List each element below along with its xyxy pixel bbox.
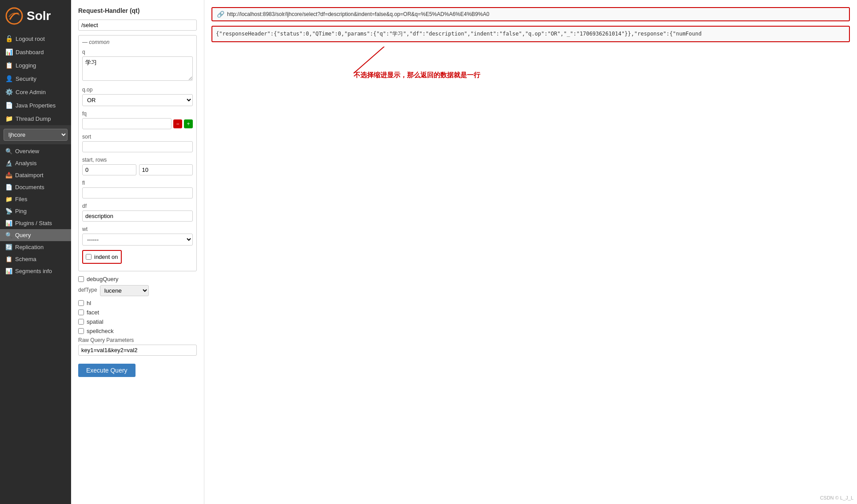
sort-input[interactable] (82, 141, 193, 152)
core-nav-replication-label: Replication (15, 244, 44, 250)
fq-group: fq − + (82, 111, 193, 129)
core-nav-replication[interactable]: 🔄 Replication (0, 241, 71, 253)
logging-icon: 📋 (5, 62, 13, 69)
annotation-text: 不选择缩进显示，那么返回的数据就是一行 (354, 71, 480, 79)
core-nav-segments-info-label: Segments info (15, 268, 52, 274)
q-label: q (82, 49, 193, 55)
debugquery-group: debugQuery (78, 276, 197, 282)
raw-query-group: Raw Query Parameters (78, 337, 197, 356)
core-nav-dataimport[interactable]: 📥 Dataimport (0, 169, 71, 181)
logo-text: Solr (27, 9, 51, 23)
fl-input[interactable] (82, 187, 193, 198)
result-box: {"responseHeader":{"status":0,"QTime":0,… (211, 26, 850, 42)
hl-group: hl (78, 300, 197, 306)
spellcheck-checkbox[interactable] (78, 328, 84, 334)
result-area: 🔗 http://localhost:8983/solr/ljhcore/sel… (204, 0, 857, 504)
url-bar: 🔗 http://localhost:8983/solr/ljhcore/sel… (211, 7, 850, 21)
start-rows-label: start, rows (82, 157, 193, 163)
arrow-svg (211, 47, 522, 144)
sidebar-item-core-admin[interactable]: ⚙️ Core Admin (0, 85, 71, 99)
core-nav-overview[interactable]: 🔍 Overview (0, 145, 71, 157)
analysis-icon: 🔬 (5, 160, 12, 167)
files-icon: 📁 (5, 196, 12, 202)
deftype-label: defType (78, 287, 97, 293)
start-input[interactable] (82, 164, 136, 175)
sidebar-item-logout[interactable]: 🔓 Logout root (0, 32, 71, 45)
logo-area: Solr (0, 0, 71, 32)
execute-query-button[interactable]: Execute Query (78, 364, 136, 377)
core-nav-plugins-stats[interactable]: 📊 Plugins / Stats (0, 217, 71, 229)
sidebar-item-logging-label: Logging (16, 62, 36, 69)
main-content: Request-Handler (qt) — common q 学习 q.op … (71, 0, 857, 504)
sidebar-item-thread-dump-label: Thread Dump (16, 115, 51, 122)
sidebar-item-logout-label: Logout root (16, 36, 45, 42)
rows-input[interactable] (139, 164, 193, 175)
sidebar-item-java-properties[interactable]: 📄 Java Properties (0, 99, 71, 112)
raw-query-input[interactable] (78, 345, 197, 356)
core-nav-analysis[interactable]: 🔬 Analysis (0, 157, 71, 169)
overview-icon: 🔍 (5, 148, 12, 155)
fl-group: fl (82, 180, 193, 198)
thread-dump-icon: 📁 (5, 115, 13, 122)
facet-checkbox[interactable] (78, 310, 84, 315)
documents-icon: 📄 (5, 184, 12, 190)
fq-input[interactable] (82, 118, 171, 129)
hl-checkbox[interactable] (78, 300, 84, 306)
spellcheck-group: spellcheck (78, 328, 197, 334)
handler-input[interactable] (78, 20, 197, 31)
spatial-checkbox[interactable] (78, 319, 84, 325)
sidebar-item-java-properties-label: Java Properties (16, 102, 56, 109)
sidebar-item-security[interactable]: 👤 Security (0, 72, 71, 85)
deftype-select[interactable]: lucene edismax dismax (100, 285, 149, 296)
core-nav-segments-info[interactable]: 📊 Segments info (0, 265, 71, 277)
qop-select[interactable]: OR AND (82, 94, 193, 106)
sidebar-item-security-label: Security (16, 75, 36, 82)
fl-label: fl (82, 180, 193, 186)
debugquery-checkbox[interactable] (78, 276, 84, 282)
fq-row: − + (82, 118, 193, 129)
sidebar-item-thread-dump[interactable]: 📁 Thread Dump (0, 112, 71, 125)
deftype-group: defType lucene edismax dismax (78, 285, 197, 296)
fq-add-button[interactable]: + (184, 119, 193, 128)
content-area: Request-Handler (qt) — common q 学习 q.op … (71, 0, 857, 504)
df-label: df (82, 203, 193, 209)
df-input[interactable] (82, 210, 193, 222)
core-nav-documents[interactable]: 📄 Documents (0, 181, 71, 193)
spatial-label: spatial (87, 318, 104, 325)
annotation-area: 不选择缩进显示，那么返回的数据就是一行 (211, 47, 850, 144)
indent-group-bordered: indent on (82, 250, 122, 264)
fq-remove-button[interactable]: − (173, 119, 182, 128)
core-selector-area: ljhcore (0, 125, 71, 144)
sidebar-item-dashboard[interactable]: 📊 Dashboard (0, 45, 71, 59)
panel-title: Request-Handler (qt) (78, 7, 197, 14)
common-section: — common q 学习 q.op OR AND fq (78, 35, 197, 271)
core-nav-ping-label: Ping (15, 208, 27, 214)
sidebar: Solr 🔓 Logout root 📊 Dashboard 📋 Logging… (0, 0, 71, 504)
core-selector[interactable]: ljhcore (4, 129, 68, 141)
core-nav-analysis-label: Analysis (15, 160, 36, 167)
handler-group (78, 20, 197, 31)
core-nav-files-label: Files (15, 196, 27, 202)
sidebar-item-logging[interactable]: 📋 Logging (0, 59, 71, 72)
segments-info-icon: 📊 (5, 268, 12, 274)
security-icon: 👤 (5, 75, 13, 82)
core-nav-plugins-stats-label: Plugins / Stats (15, 220, 52, 226)
qop-label: q.op (82, 87, 193, 93)
common-header: — common (82, 39, 193, 45)
solr-logo-icon (5, 7, 23, 25)
schema-icon: 📋 (5, 256, 12, 262)
start-rows-inputs (82, 164, 193, 175)
facet-label: facet (87, 309, 99, 316)
result-text: {"responseHeader":{"status":0,"QTime":0,… (216, 31, 702, 37)
java-properties-icon: 📄 (5, 102, 13, 109)
debugquery-label: debugQuery (87, 276, 119, 282)
core-nav-query[interactable]: 🔍 Query (0, 229, 71, 241)
core-nav-files[interactable]: 📁 Files (0, 193, 71, 205)
core-nav-schema[interactable]: 📋 Schema (0, 253, 71, 265)
indent-checkbox[interactable] (86, 254, 92, 260)
core-nav-ping[interactable]: 📡 Ping (0, 205, 71, 217)
facet-group: facet (78, 309, 197, 316)
sort-label: sort (82, 134, 193, 140)
wt-select[interactable]: ------ json xml csv (82, 234, 193, 246)
q-input[interactable]: 学习 (82, 56, 193, 81)
